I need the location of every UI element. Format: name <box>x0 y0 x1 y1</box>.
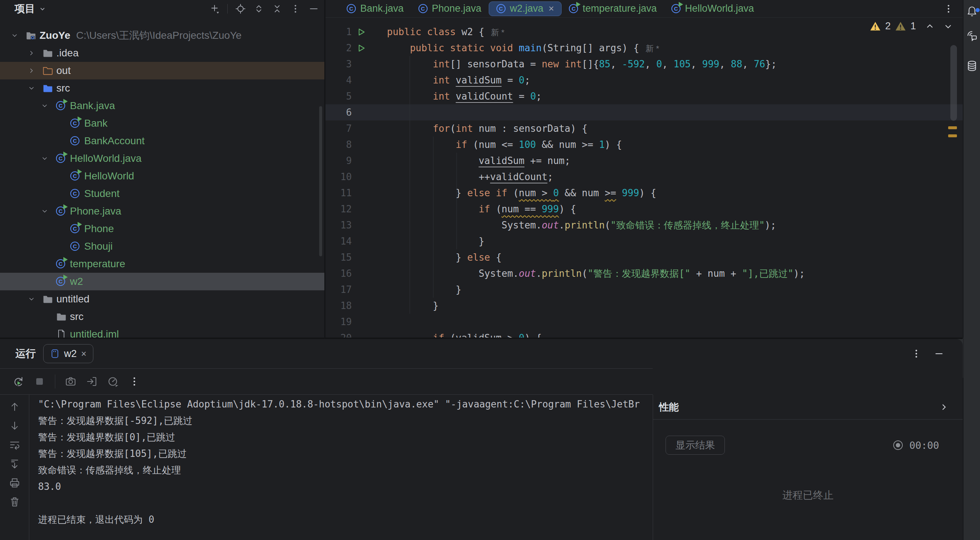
tree-item-src[interactable]: src <box>0 308 325 325</box>
tree-item-Bank.java[interactable]: CBank.java <box>0 97 325 115</box>
code-line-6[interactable]: 6 <box>325 104 963 121</box>
editor-scrollbar[interactable] <box>950 45 957 121</box>
tree-item-HelloWorld[interactable]: CHelloWorld <box>0 167 325 185</box>
arrow-down-icon[interactable] <box>9 420 20 431</box>
code-line-2[interactable]: 2 public static void main(String[] args)… <box>325 40 963 56</box>
gauge-icon[interactable] <box>107 376 119 387</box>
tree-item-src[interactable]: src <box>0 80 325 97</box>
tree-item-.idea[interactable]: .idea <box>0 44 325 62</box>
tree-item-Phone.java[interactable]: CPhone.java <box>0 202 325 220</box>
tree-item-w2[interactable]: Cw2 <box>0 273 325 290</box>
ai-icon[interactable] <box>966 30 978 42</box>
editor-tab-Phone.java[interactable]: CPhone.java <box>411 0 489 18</box>
tree-item-Bank[interactable]: CBank <box>0 115 325 132</box>
weak-warning-icon[interactable] <box>895 21 906 32</box>
arrow-up-icon[interactable] <box>9 401 20 412</box>
code-editor[interactable]: 1public class w2 {新 *2 public static voi… <box>325 18 963 338</box>
chevron-down-icon[interactable] <box>28 295 35 303</box>
trash-icon[interactable] <box>9 497 20 507</box>
inlay-hint[interactable]: 新 * <box>491 28 504 37</box>
code-line-7[interactable]: 7 for(int num : sensorData) { <box>325 121 963 137</box>
code-line-1[interactable]: 1public class w2 {新 * <box>325 24 963 40</box>
project-tree-scrollbar[interactable] <box>319 106 322 256</box>
inlay-hint[interactable]: 新 * <box>646 44 659 53</box>
project-folder-icon <box>25 30 36 41</box>
code-line-4[interactable]: 4 int validSum = 0; <box>325 72 963 88</box>
error-stripe-warning-mark[interactable] <box>948 134 957 137</box>
code-line-11[interactable]: 11 } else if (num > 0 && num >= 999) { <box>325 185 963 201</box>
editor-tab-Bank.java[interactable]: CBank.java <box>339 0 411 18</box>
tree-item-HelloWorld.java[interactable]: CHelloWorld.java <box>0 150 325 167</box>
more-icon[interactable] <box>911 348 922 359</box>
editor-tab-w2.java[interactable]: Cw2.java× <box>489 2 562 16</box>
code-line-8[interactable]: 8 if (num <= 100 && num >= 1) { <box>325 137 963 153</box>
run-tab-label: w2 <box>64 348 77 360</box>
database-icon[interactable] <box>966 60 978 72</box>
chevron-down-icon[interactable] <box>41 207 48 215</box>
collapse-panel-icon[interactable] <box>939 403 948 411</box>
editor-tab-HelloWorld.java[interactable]: CHelloWorld.java <box>664 0 762 18</box>
tree-item-Phone[interactable]: CPhone <box>0 220 325 237</box>
tree-item-ZuoYe[interactable]: ZuoYeC:\Users\王泯钧\IdeaProjects\ZuoYe <box>0 27 325 44</box>
tree-item-untitled.iml[interactable]: untitled.iml <box>0 325 325 338</box>
previous-problem-icon[interactable] <box>926 22 934 31</box>
warning-icon[interactable] <box>870 21 881 32</box>
locate-icon[interactable] <box>235 3 246 14</box>
code-line-9[interactable]: 9 validSum += num; <box>325 153 963 169</box>
hide-icon[interactable] <box>308 3 319 14</box>
expand-all-icon[interactable] <box>253 3 264 14</box>
chevron-down-icon[interactable] <box>41 102 48 110</box>
stop-icon[interactable] <box>34 376 45 387</box>
tree-item-BankAccount[interactable]: CBankAccount <box>0 132 325 150</box>
run-line-icon[interactable] <box>352 28 371 36</box>
inspections-widget: 2 1 <box>870 21 953 32</box>
rerun-icon[interactable] <box>13 376 24 387</box>
code-line-10[interactable]: 10 ++validCount; <box>325 169 963 185</box>
tree-item-untitled[interactable]: untitled <box>0 290 325 308</box>
code-line-15[interactable]: 15 } else { <box>325 249 963 265</box>
bell-icon[interactable] <box>966 5 978 17</box>
code-line-13[interactable]: 13 System.out.println("致命错误：传感器掉线，终止处理")… <box>325 217 963 233</box>
next-problem-icon[interactable] <box>944 22 953 31</box>
close-tab-icon[interactable]: × <box>548 3 554 14</box>
tree-item-out[interactable]: out <box>0 62 325 80</box>
code-line-18[interactable]: 18 } <box>325 298 963 314</box>
folder-icon <box>56 312 66 322</box>
tree-item-Student[interactable]: CStudent <box>0 185 325 202</box>
error-stripe-warning-mark[interactable] <box>948 126 957 129</box>
run-tab-w2[interactable]: w2 × <box>43 344 93 363</box>
more-icon[interactable] <box>290 3 301 14</box>
soft-wrap-icon[interactable] <box>9 439 20 450</box>
hide-panel-icon[interactable] <box>934 348 945 359</box>
attach-icon[interactable] <box>86 376 98 387</box>
chevron-right-icon[interactable] <box>28 67 35 74</box>
more-icon[interactable] <box>129 376 140 387</box>
code-line-3[interactable]: 3 int[] sensorData = new int[]{85, -592,… <box>325 56 963 72</box>
code-line-17[interactable]: 17 } <box>325 282 963 298</box>
chevron-down-icon[interactable] <box>28 84 35 92</box>
run-panel-title: 运行 <box>15 339 36 368</box>
tree-item-temperature[interactable]: Ctemperature <box>0 255 325 273</box>
console-output[interactable]: "C:\Program Files\Eclipse Adoptium\jdk-1… <box>38 396 649 540</box>
code-line-16[interactable]: 16 System.out.println("警告：发现越界数据[" + num… <box>325 265 963 282</box>
camera-icon[interactable] <box>65 376 76 387</box>
scroll-end-icon[interactable] <box>9 458 20 469</box>
code-line-5[interactable]: 5 int validCount = 0; <box>325 88 963 104</box>
tree-item-Shouji[interactable]: CShouji <box>0 237 325 255</box>
tab-list-more-icon[interactable] <box>943 3 954 14</box>
collapse-all-icon[interactable] <box>272 3 283 14</box>
code-line-14[interactable]: 14 } <box>325 233 963 249</box>
chevron-down-icon[interactable] <box>11 32 18 39</box>
close-icon[interactable]: × <box>81 349 87 359</box>
chevron-down-icon[interactable] <box>41 155 48 162</box>
editor-tab-temperature.java[interactable]: Ctemperature.java <box>562 0 664 18</box>
print-icon[interactable] <box>9 477 20 488</box>
code-line-12[interactable]: 12 if (num == 999) { <box>325 201 963 217</box>
run-line-icon[interactable] <box>352 44 371 53</box>
show-results-button[interactable]: 显示结果 <box>665 436 725 455</box>
code-line-19[interactable]: 19 <box>325 314 963 330</box>
chevron-right-icon[interactable] <box>28 49 35 57</box>
code-line-20[interactable]: 20 if (validSum > 0) { <box>325 330 963 338</box>
plus-icon[interactable] <box>209 3 220 14</box>
project-view-selector[interactable]: 项目 <box>14 2 46 16</box>
